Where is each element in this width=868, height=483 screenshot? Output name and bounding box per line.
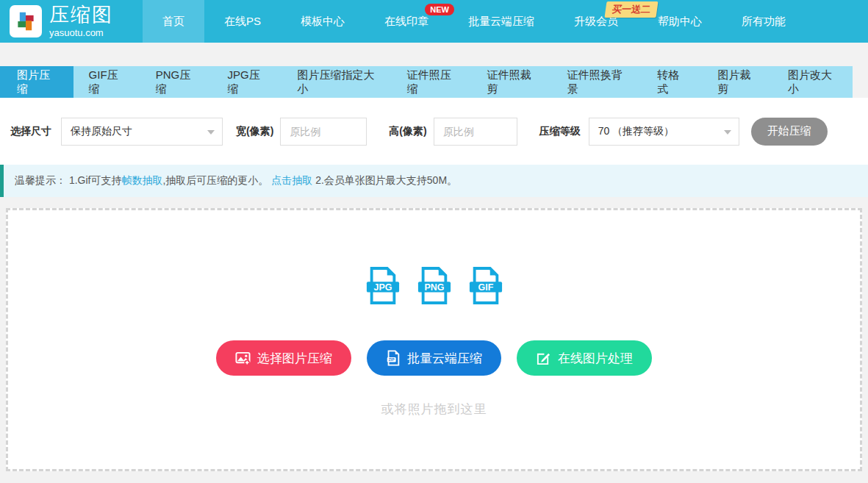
upload-dropzone[interactable]: JPG PNG GIF 选择图片压缩	[6, 208, 862, 471]
tab-gif-compress[interactable]: GIF压缩	[73, 66, 140, 98]
main-nav: 首页 在线PS 模板中心 在线印章 NEW 批量云端压缩 升级会员 买一送二 帮…	[143, 0, 806, 43]
nav-online-ps[interactable]: 在线PS	[204, 0, 281, 43]
click-extract-link[interactable]: 点击抽取	[271, 174, 312, 186]
site-domain: yasuotu.com	[49, 28, 113, 37]
size-select-label: 选择尺寸	[10, 125, 51, 138]
tab-image-crop[interactable]: 图片裁剪	[702, 66, 772, 98]
svg-text:ZIP: ZIP	[389, 357, 395, 362]
svg-text:GIF: GIF	[478, 282, 493, 293]
gif-file-icon: GIF	[468, 266, 503, 305]
tab-image-resize[interactable]: 图片改大小	[772, 66, 853, 98]
start-compress-button[interactable]: 开始压缩	[751, 118, 828, 146]
frames-extract-link[interactable]: 帧数抽取	[121, 174, 162, 186]
chevron-down-icon	[724, 130, 731, 135]
site-title: 压缩图	[49, 5, 113, 25]
drag-hint-text: 或将照片拖到这里	[8, 401, 860, 418]
nav-help-center[interactable]: 帮助中心	[638, 0, 722, 43]
nav-all-features[interactable]: 所有功能	[722, 0, 806, 43]
height-input[interactable]	[434, 118, 517, 146]
top-header: 压缩图 yasuotu.com 首页 在线PS 模板中心 在线印章 NEW 批量…	[0, 0, 868, 43]
width-input[interactable]	[280, 118, 367, 146]
tab-id-photo-crop[interactable]: 证件照裁剪	[472, 66, 552, 98]
png-file-icon: PNG	[417, 266, 452, 305]
jpg-file-icon: JPG	[365, 266, 401, 305]
tip-text: 温馨提示： 1.Gif可支持帧数抽取,抽取后可压缩的更小。 点击抽取 2.会员单…	[15, 174, 457, 187]
edit-image-icon	[536, 351, 551, 366]
height-label: 高(像素)	[389, 125, 426, 138]
logo-cross-icon	[10, 5, 42, 37]
tab-image-compress[interactable]: 图片压缩	[0, 66, 73, 98]
width-label: 宽(像素)	[236, 125, 273, 138]
svg-text:PNG: PNG	[424, 282, 444, 293]
select-image-compress-button[interactable]: 选择图片压缩	[216, 340, 351, 376]
tab-png-compress[interactable]: PNG压缩	[140, 66, 212, 98]
nav-online-seal[interactable]: 在线印章 NEW	[365, 0, 448, 43]
nav-upgrade-member[interactable]: 升级会员 买一送二	[554, 0, 638, 43]
svg-text:JPG: JPG	[373, 282, 392, 293]
tip-bar: 温馨提示： 1.Gif可支持帧数抽取,抽取后可压缩的更小。 点击抽取 2.会员单…	[0, 165, 868, 197]
action-buttons: 选择图片压缩 ZIP 批量云端压缩 在线图片处理	[8, 340, 860, 376]
tab-id-photo-background[interactable]: 证件照换背景	[552, 66, 642, 98]
site-logo[interactable]: 压缩图 yasuotu.com	[0, 0, 126, 43]
nav-home[interactable]: 首页	[143, 0, 204, 43]
tab-convert-format[interactable]: 转格式	[642, 66, 702, 98]
logo-text: 压缩图 yasuotu.com	[49, 5, 113, 37]
image-add-icon	[235, 351, 251, 366]
tool-tabbar: 图片压缩 GIF压缩 PNG压缩 JPG压缩 图片压缩指定大小 证件照压缩 证件…	[0, 66, 853, 98]
zip-file-icon: ZIP	[386, 350, 401, 366]
size-select[interactable]: 保持原始尺寸	[61, 118, 223, 146]
online-image-process-button[interactable]: 在线图片处理	[517, 340, 652, 376]
nav-batch-cloud-compress[interactable]: 批量云端压缩	[448, 0, 554, 43]
tab-compress-to-size[interactable]: 图片压缩指定大小	[282, 66, 392, 98]
compress-level-select[interactable]: 70 （推荐等级）	[589, 118, 739, 146]
compress-options-form: 选择尺寸 保持原始尺寸 宽(像素) 高(像素) 压缩等级 70 （推荐等级） 开…	[0, 98, 868, 165]
level-label: 压缩等级	[539, 125, 581, 138]
tab-id-photo-compress[interactable]: 证件照压缩	[392, 66, 472, 98]
tab-jpg-compress[interactable]: JPG压缩	[212, 66, 282, 98]
supported-file-types: JPG PNG GIF	[8, 266, 860, 305]
nav-template-center[interactable]: 模板中心	[281, 0, 365, 43]
batch-cloud-compress-button[interactable]: ZIP 批量云端压缩	[367, 340, 501, 376]
chevron-down-icon	[207, 130, 215, 135]
